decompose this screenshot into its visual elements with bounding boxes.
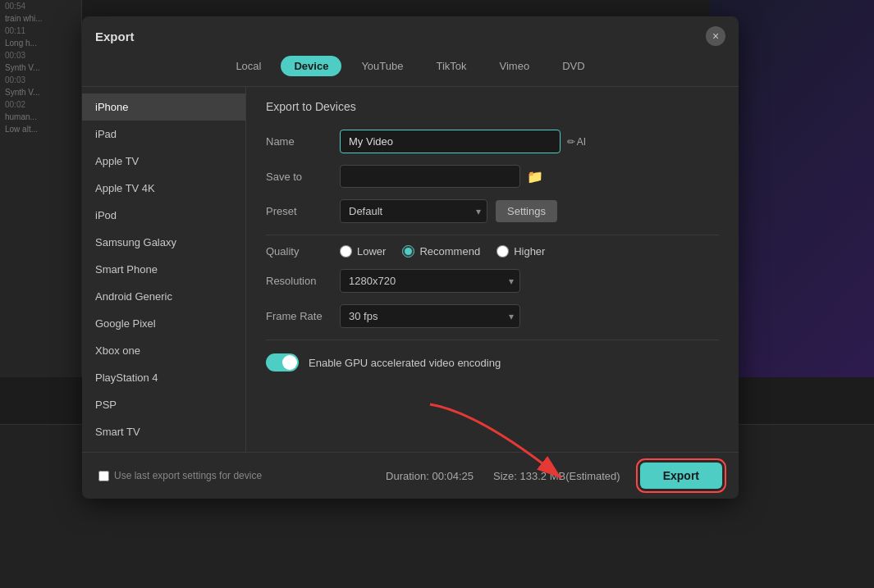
frame-rate-select[interactable]: 24 fps 25 fps 30 fps 60 fps bbox=[340, 304, 520, 328]
resolution-select[interactable]: 1280x720 1920x1080 720x480 640x360 bbox=[340, 269, 520, 293]
save-to-control: 📁 bbox=[340, 165, 543, 188]
export-dialog: Export × Local Device YouTube TikTok Vim… bbox=[82, 16, 739, 499]
bg-item-time-5: 00:02 bbox=[0, 98, 81, 111]
dialog-footer: Use last export settings for device Dura… bbox=[82, 452, 739, 499]
bg-item-label-1: train whi... bbox=[0, 12, 81, 25]
resolution-row: Resolution 1280x720 1920x1080 720x480 64… bbox=[266, 269, 719, 293]
bg-item-label-4: Synth V... bbox=[0, 86, 81, 98]
device-item-samsung-galaxy[interactable]: Samsung Galaxy bbox=[82, 229, 245, 256]
export-button[interactable]: Export bbox=[640, 463, 722, 489]
use-last-settings-label: Use last export settings for device bbox=[114, 470, 262, 481]
device-item-android-generic[interactable]: Android Generic bbox=[82, 283, 245, 310]
footer-left: Use last export settings for device bbox=[98, 470, 262, 481]
tab-tiktok[interactable]: TikTok bbox=[423, 56, 479, 76]
frame-rate-row: Frame Rate 24 fps 25 fps 30 fps 60 fps bbox=[266, 304, 719, 328]
bg-item-time-3: 00:03 bbox=[0, 49, 81, 62]
use-last-settings-checkbox-label[interactable]: Use last export settings for device bbox=[98, 470, 262, 481]
name-form-control: ✏ AI bbox=[340, 130, 586, 153]
divider-2 bbox=[266, 340, 719, 340]
divider-1 bbox=[266, 235, 719, 235]
ai-label: AI bbox=[577, 136, 586, 148]
device-item-playstation-4[interactable]: PlayStation 4 bbox=[82, 364, 245, 391]
settings-panel: Export to Devices Name ✏ AI Save to 📁 bbox=[246, 87, 739, 452]
arrow-annotation bbox=[414, 396, 594, 495]
bg-item-time-1: 00:54 bbox=[0, 0, 81, 12]
bg-item-time-2: 00:11 bbox=[0, 25, 81, 37]
frame-rate-select-wrapper: 24 fps 25 fps 30 fps 60 fps bbox=[340, 304, 520, 328]
tab-youtube[interactable]: YouTube bbox=[348, 56, 416, 76]
tab-device[interactable]: Device bbox=[281, 56, 341, 76]
tab-vimeo[interactable]: Vimeo bbox=[487, 56, 543, 76]
quality-recommend-option[interactable]: Recommend bbox=[402, 245, 480, 258]
device-list: iPhone iPad Apple TV Apple TV 4K iPod Sa… bbox=[82, 87, 246, 452]
gpu-toggle-label: Enable GPU accelerated video encoding bbox=[309, 357, 501, 369]
bg-item-time-4: 00:03 bbox=[0, 74, 81, 86]
frame-rate-label: Frame Rate bbox=[266, 310, 340, 322]
bg-item-label-3: Synth V... bbox=[0, 62, 81, 74]
name-row: Name ✏ AI bbox=[266, 130, 719, 153]
dialog-title: Export bbox=[95, 30, 135, 43]
quality-lower-radio[interactable] bbox=[340, 245, 352, 258]
bg-item-label-2: Long h... bbox=[0, 37, 81, 49]
tab-dvd[interactable]: DVD bbox=[549, 56, 597, 76]
quality-label: Quality bbox=[266, 245, 340, 258]
preset-select-wrapper: Default bbox=[340, 199, 487, 223]
preset-control: Default Settings bbox=[340, 199, 557, 223]
device-item-apple-tv-4k[interactable]: Apple TV 4K bbox=[82, 175, 245, 202]
quality-lower-option[interactable]: Lower bbox=[340, 245, 386, 258]
device-item-ipad[interactable]: iPad bbox=[82, 121, 245, 148]
device-item-apple-tv[interactable]: Apple TV bbox=[82, 148, 245, 175]
device-item-iphone[interactable]: iPhone bbox=[82, 93, 245, 121]
quality-group: Lower Recommend Higher bbox=[340, 245, 545, 258]
use-last-settings-checkbox[interactable] bbox=[98, 471, 109, 481]
bg-item-label-5: human... bbox=[0, 111, 81, 123]
ai-button[interactable]: ✏ AI bbox=[567, 136, 586, 148]
device-item-xbox-one[interactable]: Xbox one bbox=[82, 337, 245, 364]
resolution-label: Resolution bbox=[266, 275, 340, 287]
device-item-smart-tv[interactable]: Smart TV bbox=[82, 418, 245, 445]
quality-row: Quality Lower Recommend Higher bbox=[266, 245, 719, 258]
quality-higher-option[interactable]: Higher bbox=[496, 245, 545, 258]
quality-higher-radio[interactable] bbox=[496, 245, 509, 258]
resolution-select-wrapper: 1280x720 1920x1080 720x480 640x360 bbox=[340, 269, 520, 293]
panel-title: Export to Devices bbox=[266, 100, 719, 113]
bg-left-panel: 00:54 train whi... 00:11 Long h... 00:03… bbox=[0, 0, 82, 377]
save-to-row: Save to 📁 bbox=[266, 165, 719, 188]
device-item-psp[interactable]: PSP bbox=[82, 391, 245, 418]
bg-item-label-6: Low alt... bbox=[0, 123, 81, 135]
dialog-header: Export × bbox=[82, 16, 739, 46]
preset-row: Preset Default Settings bbox=[266, 199, 719, 223]
device-item-smart-phone[interactable]: Smart Phone bbox=[82, 256, 245, 283]
name-input[interactable] bbox=[340, 130, 561, 153]
quality-lower-label: Lower bbox=[357, 245, 386, 258]
folder-button[interactable]: 📁 bbox=[527, 169, 543, 185]
gpu-toggle-row: Enable GPU accelerated video encoding bbox=[266, 353, 719, 371]
preset-select[interactable]: Default bbox=[340, 199, 487, 223]
quality-recommend-radio[interactable] bbox=[402, 245, 414, 258]
device-item-ipod[interactable]: iPod bbox=[82, 202, 245, 229]
settings-button[interactable]: Settings bbox=[496, 200, 557, 222]
save-to-label: Save to bbox=[266, 171, 340, 183]
dialog-body: iPhone iPad Apple TV Apple TV 4K iPod Sa… bbox=[82, 87, 739, 452]
quality-recommend-label: Recommend bbox=[419, 245, 480, 258]
tab-local[interactable]: Local bbox=[222, 56, 274, 76]
quality-higher-label: Higher bbox=[514, 245, 545, 258]
device-item-google-pixel[interactable]: Google Pixel bbox=[82, 310, 245, 337]
tabs-bar: Local Device YouTube TikTok Vimeo DVD bbox=[82, 46, 739, 87]
gpu-toggle-switch[interactable] bbox=[266, 353, 299, 371]
preset-label: Preset bbox=[266, 205, 340, 217]
close-button[interactable]: × bbox=[706, 26, 725, 46]
save-path-input[interactable] bbox=[340, 165, 520, 188]
ai-icon: ✏ bbox=[567, 136, 575, 148]
name-label: Name bbox=[266, 135, 340, 148]
